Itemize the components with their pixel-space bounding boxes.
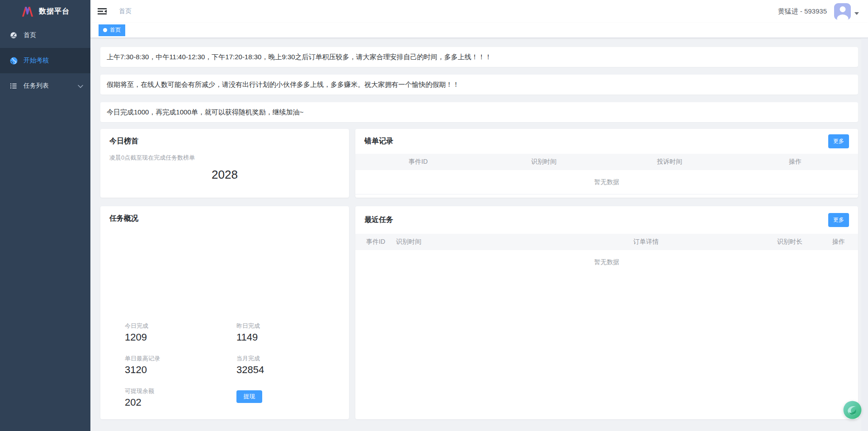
sidebar-item-label: 开始考核 xyxy=(24,57,49,65)
notice-bar: 今日完成1000，再完成1000单，就可以获得随机奖励，继续加油~ xyxy=(100,102,858,122)
stat-yesterday-done: 昨日完成 1149 xyxy=(236,322,340,343)
today-top-value: 2028 xyxy=(109,168,340,182)
sidebar-menu: 首页 开始考核 xyxy=(0,23,90,99)
withdraw-cell: 提现 xyxy=(236,387,340,408)
sidebar-item-task-list[interactable]: 任务列表 xyxy=(0,73,90,99)
column-header: 识别时长 xyxy=(760,238,819,246)
card-title: 最近任务 xyxy=(364,215,393,225)
notice-text: 假期将至，在线人数可能会有所减少，请没有出行计划的小伙伴多多上线，多多赚米。祝大… xyxy=(107,81,459,89)
wrong-orders-card: 错单记录 更多 事件ID 识别时间 投诉时间 操作 暂无数据 xyxy=(355,129,858,198)
today-top-card: 今日榜首 凌晨0点截至现在完成任务数榜单 2028 xyxy=(100,129,349,198)
stat-month-done: 当月完成 32854 xyxy=(236,355,340,376)
sidebar-item-label: 任务列表 xyxy=(24,82,49,90)
navbar: 首页 黄猛进 - 593935 xyxy=(90,0,868,23)
notice-bar: 上午7:30-8:30，中午11:40-12:30，下午17:20-18:30，… xyxy=(100,47,858,67)
page-content: 上午7:30-8:30，中午11:40-12:30，下午17:20-18:30，… xyxy=(90,38,868,431)
notice-text: 上午7:30-8:30，中午11:40-12:30，下午17:20-18:30，… xyxy=(107,53,492,62)
empty-state: 暂无数据 xyxy=(355,250,858,275)
logo: 数据平台 xyxy=(0,0,90,23)
sidebar-item-start-assessment[interactable]: 开始考核 xyxy=(0,48,90,73)
stat-label: 昨日完成 xyxy=(236,322,340,330)
brand-m-icon xyxy=(21,5,34,18)
breadcrumb[interactable]: 首页 xyxy=(119,7,132,15)
app-root: 数据平台 首页 xyxy=(0,0,868,431)
main-area: 首页 黄猛进 - 593935 首页 上午7:30-8:30，中午11:40-1… xyxy=(90,0,868,431)
green-swirl-icon xyxy=(843,401,862,419)
user-name: 黄猛进 - 593935 xyxy=(778,7,827,16)
stat-label: 单日最高记录 xyxy=(125,355,236,363)
column-header: 投诉时间 xyxy=(607,158,732,166)
recent-tasks-card: 最近任务 更多 事件ID 识别时间 订单详情 识别时长 操作 暂无数据 xyxy=(355,206,858,419)
sidebar-item-label: 首页 xyxy=(24,31,36,39)
wrong-orders-more-button[interactable]: 更多 xyxy=(828,134,849,148)
column-header: 识别时间 xyxy=(481,158,607,166)
customer-service-widget[interactable] xyxy=(843,401,862,419)
sidebar-item-home[interactable]: 首页 xyxy=(0,23,90,48)
task-overview-stats: 今日完成 1209 昨日完成 1149 单日最高记录 3120 当月完成 xyxy=(109,322,340,408)
scrollbar-track[interactable] xyxy=(861,38,868,431)
notice-text: 今日完成1000，再完成1000单，就可以获得随机奖励，继续加油~ xyxy=(107,108,304,117)
stat-label: 可提现余额 xyxy=(125,387,236,395)
active-tab-dot xyxy=(103,28,107,32)
globe-icon xyxy=(9,56,18,65)
tab-home[interactable]: 首页 xyxy=(99,24,125,36)
app-title: 数据平台 xyxy=(39,7,70,16)
stat-value: 202 xyxy=(125,397,236,408)
list-icon xyxy=(9,81,18,90)
tabs-bar: 首页 xyxy=(90,23,868,38)
stat-value: 32854 xyxy=(236,364,340,376)
today-top-subtitle: 凌晨0点截至现在完成任务数榜单 xyxy=(109,154,340,162)
column-header: 事件ID xyxy=(355,238,396,246)
stat-value: 3120 xyxy=(125,364,236,376)
stat-value: 1149 xyxy=(236,332,340,343)
task-overview-card: 任务概况 今日完成 1209 昨日完成 1149 单日最高记录 3120 xyxy=(100,206,349,419)
column-header: 操作 xyxy=(732,158,858,166)
stat-value: 1209 xyxy=(125,332,236,343)
chevron-down-icon xyxy=(78,82,83,90)
stat-today-done: 今日完成 1209 xyxy=(125,322,236,343)
sidebar: 数据平台 首页 xyxy=(0,0,90,431)
caret-down-icon xyxy=(854,12,859,15)
stat-label: 今日完成 xyxy=(125,322,236,330)
recent-tasks-table-header: 事件ID 识别时间 订单详情 识别时长 操作 xyxy=(355,234,858,250)
avatar[interactable] xyxy=(834,3,851,20)
stat-daily-record: 单日最高记录 3120 xyxy=(125,355,236,376)
sidebar-fold-icon[interactable] xyxy=(97,7,107,16)
tab-label: 首页 xyxy=(110,26,121,34)
column-header: 订单详情 xyxy=(532,238,760,246)
wrong-orders-table-header: 事件ID 识别时间 投诉时间 操作 xyxy=(355,154,858,170)
column-header: 事件ID xyxy=(355,158,481,166)
notice-bar: 假期将至，在线人数可能会有所减少，请没有出行计划的小伙伴多多上线，多多赚米。祝大… xyxy=(100,75,858,95)
column-header: 操作 xyxy=(819,238,858,246)
empty-state: 暂无数据 xyxy=(355,170,858,194)
recent-tasks-more-button[interactable]: 更多 xyxy=(828,213,849,227)
column-header: 识别时间 xyxy=(396,238,532,246)
card-title: 今日榜首 xyxy=(109,137,340,146)
dashboard-icon xyxy=(9,31,18,40)
card-title: 错单记录 xyxy=(364,137,393,146)
stat-label: 当月完成 xyxy=(236,355,340,363)
withdraw-button[interactable]: 提现 xyxy=(236,390,262,403)
stat-withdrawable-balance: 可提现余额 202 xyxy=(125,387,236,408)
card-title: 任务概况 xyxy=(109,214,340,223)
user-menu[interactable]: 黄猛进 - 593935 xyxy=(778,3,859,20)
